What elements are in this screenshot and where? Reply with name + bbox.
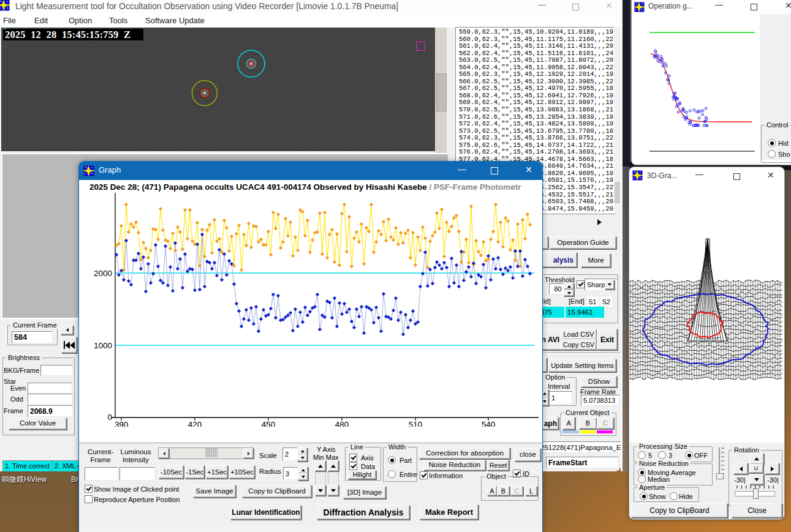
svg-text:0: 0	[107, 413, 112, 422]
svg-text:510: 510	[409, 420, 423, 427]
svg-text:450: 450	[262, 420, 276, 427]
svg-text:1000: 1000	[94, 341, 112, 350]
svg-text:480: 480	[335, 420, 349, 427]
svg-text:420: 420	[188, 420, 202, 427]
svg-text:2000: 2000	[94, 269, 112, 278]
svg-text:390: 390	[115, 420, 129, 427]
svg-text:540: 540	[482, 420, 496, 427]
